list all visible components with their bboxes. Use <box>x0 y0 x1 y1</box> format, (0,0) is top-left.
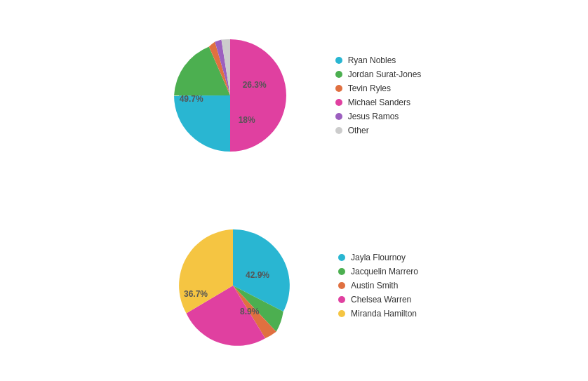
legend-item-ryan: Ryan Nobles <box>335 55 422 65</box>
pie-chart-2: 42.9% 8.9% 36.7% <box>170 222 296 349</box>
legend-dot-michael <box>335 99 342 106</box>
legend-dot-jacquelin <box>338 268 345 275</box>
legend-item-jayla: Jayla Flournoy <box>338 253 418 262</box>
legend-label-tevin: Tevin Ryles <box>348 83 391 93</box>
legend-item-miranda: Miranda Hamilton <box>338 309 418 319</box>
legend-1: Ryan Nobles Jordan Surat-Jones Tevin Ryl… <box>335 55 422 135</box>
legend-item-austin: Austin Smith <box>338 281 418 290</box>
legend-dot-jesus <box>335 113 342 120</box>
chart-row-1: 26.3% 18% 49.7% Ryan Nobles Jordan Surat… <box>0 0 588 191</box>
legend-label-other: Other <box>348 126 369 135</box>
legend-label-austin: Austin Smith <box>351 281 398 290</box>
chart-row-2: 42.9% 8.9% 36.7% Jayla Flournoy Jacqueli… <box>0 191 588 382</box>
legend-dot-chelsea <box>338 296 345 303</box>
legend-dot-other <box>335 127 342 134</box>
legend-dot-austin <box>338 282 345 289</box>
legend-dot-ryan <box>335 57 342 64</box>
legend-label-jesus: Jesus Ramos <box>348 112 399 121</box>
legend-label-jayla: Jayla Flournoy <box>351 253 406 262</box>
legend-2: Jayla Flournoy Jacquelin Marrero Austin … <box>338 253 418 319</box>
legend-dot-tevin <box>335 85 342 92</box>
charts-container: 26.3% 18% 49.7% Ryan Nobles Jordan Surat… <box>0 0 588 381</box>
legend-item-jordan: Jordan Surat-Jones <box>335 69 422 79</box>
legend-item-jacquelin: Jacquelin Marrero <box>338 267 418 276</box>
legend-label-miranda: Miranda Hamilton <box>351 309 417 319</box>
legend-dot-miranda <box>338 310 345 317</box>
pie-chart-1: 26.3% 18% 49.7% <box>167 32 293 159</box>
legend-dot-jayla <box>338 254 345 261</box>
legend-label-jacquelin: Jacquelin Marrero <box>351 267 418 276</box>
legend-item-michael: Michael Sanders <box>335 98 422 107</box>
slice-ryan <box>174 95 230 152</box>
legend-label-ryan: Ryan Nobles <box>348 55 396 65</box>
legend-item-tevin: Tevin Ryles <box>335 83 422 93</box>
legend-item-other: Other <box>335 126 422 135</box>
legend-label-michael: Michael Sanders <box>348 98 410 107</box>
slice-michael <box>230 39 286 152</box>
legend-item-chelsea: Chelsea Warren <box>338 295 418 305</box>
legend-label-jordan: Jordan Surat-Jones <box>348 69 422 79</box>
legend-label-chelsea: Chelsea Warren <box>351 295 411 305</box>
legend-item-jesus: Jesus Ramos <box>335 112 422 121</box>
legend-dot-jordan <box>335 71 342 78</box>
